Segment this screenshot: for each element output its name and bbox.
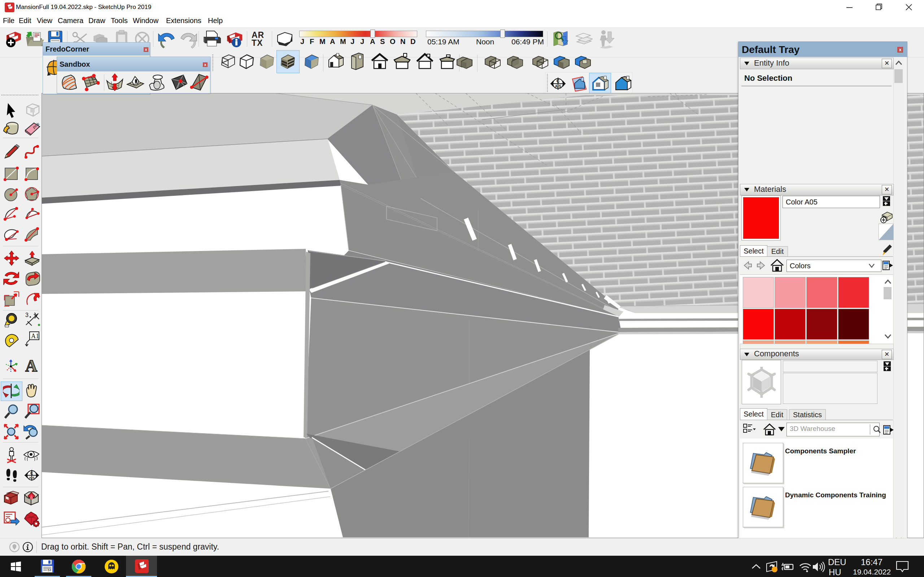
svg-text:A-S: A-S [555, 84, 561, 89]
svg-text:A: A [25, 357, 37, 374]
svg-text:64: 64 [48, 568, 51, 572]
svg-text:3: 3 [25, 312, 29, 318]
svg-text:C: C [557, 79, 560, 84]
svg-text:C: C [30, 471, 33, 475]
svg-text:A-S: A-S [29, 476, 35, 480]
svg-text:A1: A1 [31, 332, 39, 340]
